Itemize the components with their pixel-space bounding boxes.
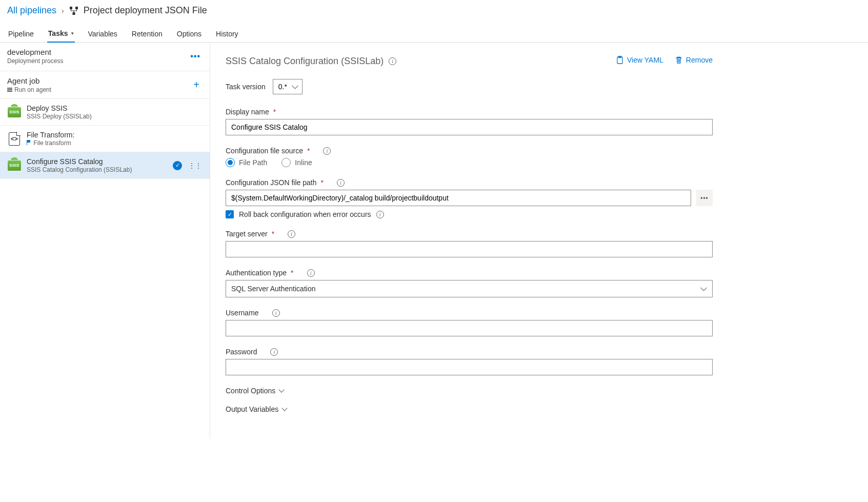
stage-subtitle: Deployment process — [7, 57, 63, 65]
tab-history[interactable]: History — [215, 26, 239, 42]
task-subtitle: SSIS Deploy (SSISLab) — [27, 113, 92, 120]
info-icon[interactable]: i — [389, 57, 396, 65]
breadcrumb: All pipelines › Project deployment JSON … — [0, 0, 868, 20]
target-server-label: Target server — [226, 230, 268, 238]
tab-tasks[interactable]: Tasks ▾ — [47, 25, 75, 43]
chevron-down-icon — [279, 387, 285, 392]
add-task-button[interactable]: + — [190, 77, 203, 93]
rollback-label: Roll back configuration when error occur… — [239, 210, 371, 218]
chevron-down-icon — [282, 405, 288, 411]
trash-icon — [675, 56, 683, 64]
task-row[interactable]: SSIS Deploy SSIS SSIS Deploy (SSISLab) — [0, 99, 210, 126]
info-icon[interactable]: i — [288, 230, 295, 238]
display-name-input[interactable] — [226, 119, 713, 135]
tab-retention[interactable]: Retention — [131, 26, 164, 42]
remove-label: Remove — [686, 56, 713, 64]
breadcrumb-project: Project deployment JSON File — [84, 5, 207, 16]
output-variables-toggle[interactable]: Output Variables — [226, 405, 713, 413]
tab-bar: Pipeline Tasks ▾ Variables Retention Opt… — [0, 25, 868, 43]
browse-button[interactable]: ••• — [696, 190, 713, 206]
username-label: Username — [226, 309, 259, 317]
ssis-icon: SSIS — [7, 158, 22, 173]
task-ok-icon: ✓ — [173, 161, 182, 170]
view-yaml-button[interactable]: View YAML — [616, 56, 663, 64]
stage-header[interactable]: development Deployment process ••• — [0, 43, 210, 71]
task-config-pane: SSIS Catalog Configuration (SSISLab) i V… — [210, 43, 728, 439]
agent-job-row[interactable]: Agent job Run on agent + — [0, 71, 210, 99]
display-name-label: Display name — [226, 108, 269, 116]
info-icon[interactable]: i — [337, 179, 345, 187]
task-name: Configure SSIS Catalog — [27, 157, 132, 166]
agent-icon — [7, 88, 12, 92]
tab-variables[interactable]: Variables — [87, 26, 118, 42]
task-row[interactable]: <> File Transform: File transform — [0, 126, 210, 152]
task-version-select[interactable]: 0.* — [273, 79, 302, 94]
radio-inline[interactable]: Inline — [281, 158, 312, 167]
chevron-down-icon: ▾ — [71, 31, 74, 36]
pane-title: SSIS Catalog Configuration (SSISLab) — [226, 56, 383, 67]
chevron-right-icon: › — [62, 7, 64, 15]
remove-button[interactable]: Remove — [675, 56, 713, 64]
auth-type-select[interactable]: SQL Server Authentication — [226, 280, 713, 297]
drag-handle-icon[interactable]: ⋮⋮ — [187, 162, 203, 169]
svg-rect-1 — [75, 7, 78, 9]
info-icon[interactable]: i — [272, 309, 280, 317]
info-icon[interactable]: i — [307, 269, 315, 277]
radio-file-path[interactable]: File Path — [226, 158, 267, 167]
required-marker: * — [273, 108, 276, 116]
password-input[interactable] — [226, 359, 713, 375]
required-marker: * — [307, 147, 310, 155]
password-label: Password — [226, 348, 257, 356]
control-options-label: Control Options — [226, 387, 275, 395]
required-marker: * — [291, 269, 293, 277]
auth-type-label: Authentication type — [226, 269, 287, 277]
more-menu-icon[interactable]: ••• — [188, 50, 203, 63]
task-list-panel: development Deployment process ••• Agent… — [0, 43, 210, 439]
radio-file-path-label: File Path — [239, 158, 267, 167]
control-options-toggle[interactable]: Control Options — [226, 387, 713, 395]
required-marker: * — [272, 230, 274, 238]
radio-inline-label: Inline — [295, 158, 312, 167]
tab-options[interactable]: Options — [176, 26, 203, 42]
json-path-input[interactable] — [226, 190, 691, 206]
tab-tasks-label: Tasks — [48, 29, 68, 37]
task-subtitle-text: File transform — [33, 139, 71, 147]
task-version-label: Task version — [226, 83, 266, 91]
file-icon: <> — [7, 132, 22, 146]
target-server-input[interactable] — [226, 241, 713, 257]
breadcrumb-root[interactable]: All pipelines — [7, 5, 56, 16]
svg-rect-0 — [70, 7, 72, 9]
info-icon[interactable]: i — [323, 147, 331, 155]
tab-pipeline[interactable]: Pipeline — [7, 26, 35, 42]
flag-icon — [27, 140, 32, 145]
view-yaml-label: View YAML — [627, 56, 663, 64]
ssis-icon: SSIS — [7, 105, 22, 119]
task-subtitle: File transform — [27, 139, 74, 147]
svg-rect-2 — [72, 12, 75, 15]
task-row[interactable]: SSIS Configure SSIS Catalog SSIS Catalog… — [0, 152, 210, 179]
clipboard-icon — [616, 56, 624, 64]
info-icon[interactable]: i — [376, 211, 384, 218]
username-input[interactable] — [226, 320, 713, 336]
info-icon[interactable]: i — [270, 348, 278, 356]
agent-job-name: Agent job — [7, 76, 51, 85]
task-name: File Transform: — [27, 131, 74, 139]
agent-job-sub: Run on agent — [14, 86, 51, 93]
config-source-label: Configuration file source — [226, 147, 303, 155]
output-variables-label: Output Variables — [226, 405, 278, 413]
task-subtitle: SSIS Catalog Configuration (SSISLab) — [27, 166, 132, 173]
required-marker: * — [320, 178, 323, 187]
json-path-label: Configuration JSON file path — [226, 178, 316, 187]
stage-name: development — [7, 48, 63, 56]
pipeline-icon — [69, 6, 78, 15]
rollback-checkbox[interactable]: ✓ — [226, 210, 234, 218]
task-name: Deploy SSIS — [27, 104, 92, 112]
